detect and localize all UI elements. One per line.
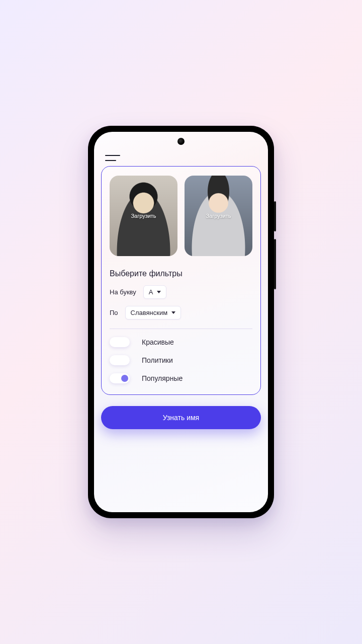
upload-photo-right[interactable]: Загрузить	[185, 176, 252, 256]
filters-title: Выберите фильтры	[110, 269, 252, 278]
filter-card: Загрузить Загрузить Выберите фильтры На …	[101, 166, 261, 395]
menu-icon[interactable]	[105, 155, 120, 161]
toggle-label: Популярные	[142, 374, 183, 382]
divider	[110, 329, 252, 329]
chevron-down-icon	[171, 311, 175, 314]
chevron-down-icon	[157, 291, 161, 293]
submit-button[interactable]: Узнать имя	[101, 406, 261, 429]
filter-row-letter: На букву А	[110, 285, 252, 299]
upload-label: Загрузить	[131, 213, 156, 219]
letter-select[interactable]: А	[143, 285, 167, 299]
side-button	[274, 201, 276, 231]
filter-label-letter: На букву	[110, 288, 136, 296]
toggle-politicians[interactable]	[110, 355, 130, 365]
origin-select-value: Славянским	[131, 309, 168, 316]
toggle-label: Красивые	[142, 338, 174, 346]
top-bar	[94, 132, 268, 166]
toggle-label: Политики	[142, 356, 173, 364]
toggle-row: Красивые	[110, 337, 252, 347]
upload-label: Загрузить	[206, 213, 231, 219]
screen: Загрузить Загрузить Выберите фильтры На …	[94, 132, 268, 512]
photo-upload-row: Загрузить Загрузить	[110, 176, 252, 256]
toggle-beautiful[interactable]	[110, 337, 130, 347]
phone-frame: Загрузить Загрузить Выберите фильтры На …	[88, 126, 274, 518]
filter-label-origin: По	[110, 309, 118, 316]
toggle-row: Популярные	[110, 373, 252, 383]
upload-photo-left[interactable]: Загрузить	[110, 176, 177, 256]
origin-select[interactable]: Славянским	[125, 306, 182, 319]
toggle-row: Политики	[110, 355, 252, 365]
front-camera	[177, 138, 185, 145]
letter-select-value: А	[149, 288, 153, 296]
toggle-popular[interactable]	[110, 373, 130, 383]
filter-row-origin: По Славянским	[110, 306, 252, 319]
side-button	[274, 239, 276, 289]
